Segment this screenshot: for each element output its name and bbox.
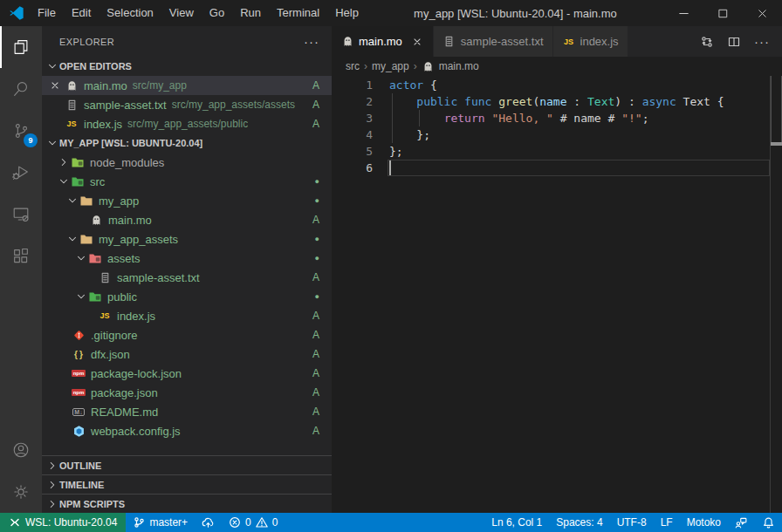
status-encoding[interactable]: UTF-8 bbox=[610, 513, 654, 532]
problems-status[interactable]: 0 0 bbox=[222, 513, 285, 532]
webpack-file-icon bbox=[72, 424, 86, 438]
status-notifications[interactable] bbox=[755, 513, 782, 532]
tree-item-readme-md[interactable]: M↓README.mdA bbox=[42, 402, 332, 421]
activity-item-run-and-debug[interactable] bbox=[0, 152, 42, 194]
breadcrumb-src[interactable]: src bbox=[346, 60, 360, 72]
status-indentation[interactable]: Spaces: 4 bbox=[549, 513, 609, 532]
activity-item-settings[interactable] bbox=[0, 471, 42, 513]
chevron-down-icon bbox=[74, 290, 88, 303]
activity-item-explorer[interactable] bbox=[0, 26, 42, 68]
tree-item-label: node_modules bbox=[90, 156, 164, 169]
code-line-content[interactable]: }; bbox=[373, 143, 403, 160]
tree-item-node-modules[interactable]: node_modules bbox=[42, 153, 332, 172]
close-button[interactable] bbox=[743, 0, 782, 26]
menu-run[interactable]: Run bbox=[232, 0, 269, 26]
tree-item-label: my_app_assets bbox=[99, 233, 178, 246]
status-cursor-position[interactable]: Ln 6, Col 1 bbox=[484, 513, 549, 532]
chevron-right-icon bbox=[45, 479, 59, 491]
remote-label: WSL: Ubuntu-20.04 bbox=[25, 516, 117, 529]
minimize-button[interactable] bbox=[664, 0, 703, 26]
files-icon bbox=[11, 38, 31, 57]
tab-main-mo[interactable]: main.mo bbox=[332, 26, 434, 57]
menu-view[interactable]: View bbox=[161, 0, 202, 26]
menu-bar: FileEditSelectionViewGoRunTerminalHelp bbox=[30, 0, 367, 26]
open-editor-item[interactable]: main.mosrc/my_appA bbox=[42, 76, 332, 95]
open-editors-header[interactable]: OPEN EDITORS bbox=[42, 57, 332, 76]
tree-item-label: index.js bbox=[117, 310, 155, 323]
scrollbar-slider[interactable] bbox=[771, 76, 782, 143]
activity-item-remote-explorer[interactable] bbox=[0, 194, 42, 235]
git-status-badge: A bbox=[312, 310, 319, 322]
git-status-badge: A bbox=[312, 271, 319, 283]
menu-terminal[interactable]: Terminal bbox=[269, 0, 327, 26]
code-line-content[interactable]: public func greet(name : Text) : async T… bbox=[373, 93, 724, 110]
more-actions-icon[interactable]: ··· bbox=[754, 34, 770, 50]
tree-item-webpack-config-js[interactable]: webpack.config.jsA bbox=[42, 421, 332, 440]
code-line-content[interactable]: }; bbox=[373, 126, 430, 143]
chevron-down-icon bbox=[66, 233, 79, 245]
branch-icon bbox=[133, 516, 145, 529]
breadcrumb-main-mo[interactable]: main.mo bbox=[422, 60, 479, 73]
section-timeline[interactable]: TIMELINE bbox=[42, 474, 332, 494]
tree-item-label: README.md bbox=[91, 406, 158, 419]
menu-edit[interactable]: Edit bbox=[64, 0, 99, 26]
maximize-button[interactable] bbox=[703, 0, 743, 26]
sidebar-bottom-sections: OUTLINETIMELINENPM SCRIPTS bbox=[42, 455, 332, 513]
activity-item-extensions[interactable] bbox=[0, 235, 42, 277]
more-actions-icon[interactable]: ··· bbox=[304, 34, 319, 49]
section-outline[interactable]: OUTLINE bbox=[42, 455, 332, 474]
section-npm-scripts[interactable]: NPM SCRIPTS bbox=[42, 494, 332, 513]
code-editor[interactable]: 1actor {2 public func greet(name : Text)… bbox=[332, 76, 782, 513]
activity-item-search[interactable] bbox=[0, 68, 42, 110]
git-status-badge: ● bbox=[315, 292, 319, 301]
chevron-right-icon bbox=[46, 479, 58, 491]
activity-item-account[interactable] bbox=[0, 429, 42, 471]
status-encoding-label: UTF-8 bbox=[617, 516, 647, 529]
tree-item-my-app-assets[interactable]: my_app_assets● bbox=[42, 229, 332, 249]
status-language-mode[interactable]: Motoko bbox=[680, 513, 728, 532]
tree-item-public[interactable]: public● bbox=[42, 287, 332, 306]
menu-file[interactable]: File bbox=[30, 0, 64, 26]
tree-item-sample-asset-txt[interactable]: sample-asset.txtA bbox=[42, 268, 332, 287]
scrollbar-track[interactable] bbox=[770, 76, 782, 513]
sidebar-header: EXPLORER ··· bbox=[42, 26, 332, 57]
open-editor-item[interactable]: JSindex.jssrc/my_app_assets/publicA bbox=[42, 114, 332, 133]
status-feedback[interactable] bbox=[728, 513, 755, 532]
tree-item-assets[interactable]: assets● bbox=[42, 249, 332, 268]
tree-item-label: package.json bbox=[91, 386, 158, 399]
breadcrumb-separator: › bbox=[364, 60, 367, 72]
errors-count: 0 bbox=[245, 516, 251, 529]
title-bar: FileEditSelectionViewGoRunTerminalHelp m… bbox=[0, 0, 782, 26]
tree-item-index-js[interactable]: JSindex.jsA bbox=[42, 306, 332, 325]
line-number: 5 bbox=[332, 143, 373, 160]
close-icon[interactable] bbox=[410, 36, 424, 48]
split-editor-icon[interactable] bbox=[727, 35, 741, 49]
tree-item-src[interactable]: src● bbox=[42, 172, 332, 191]
remote-indicator[interactable]: WSL: Ubuntu-20.04 bbox=[0, 513, 126, 532]
tab-index-js[interactable]: JSindex.js bbox=[553, 26, 628, 57]
scm-badge: 9 bbox=[24, 133, 38, 147]
tab-sample-asset-txt[interactable]: sample-asset.txt bbox=[434, 26, 553, 57]
tree-item--gitignore[interactable]: .gitignoreA bbox=[42, 325, 332, 344]
close-icon[interactable] bbox=[49, 79, 65, 92]
breadcrumb-my-app[interactable]: my_app bbox=[372, 60, 409, 72]
open-editor-item[interactable]: sample-asset.txtsrc/my_app_assets/assets… bbox=[42, 95, 332, 114]
code-line-content[interactable]: actor { bbox=[373, 77, 437, 93]
sync-status[interactable] bbox=[195, 513, 222, 532]
menu-go[interactable]: Go bbox=[202, 0, 232, 26]
tree-item-dfx-json[interactable]: { }dfx.jsonA bbox=[42, 344, 332, 364]
chevron-down-icon bbox=[66, 194, 79, 207]
activity-item-source-control[interactable]: 9 bbox=[0, 110, 42, 152]
status-language-mode-label: Motoko bbox=[687, 516, 721, 529]
menu-selection[interactable]: Selection bbox=[99, 0, 161, 26]
workspace-header[interactable]: MY_APP [WSL: UBUNTU-20.04] bbox=[42, 133, 332, 153]
tree-item-main-mo[interactable]: main.moA bbox=[42, 210, 332, 229]
branch-status[interactable]: master+ bbox=[126, 513, 195, 532]
open-changes-icon[interactable] bbox=[700, 35, 714, 49]
tree-item-my-app[interactable]: my_app● bbox=[42, 191, 332, 210]
code-line-content[interactable]: return "Hello, " # name # "!"; bbox=[373, 110, 648, 126]
status-end-of-line[interactable]: LF bbox=[654, 513, 680, 532]
tree-item-package-json[interactable]: npmpackage.jsonA bbox=[42, 383, 332, 402]
tree-item-package-lock-json[interactable]: npmpackage-lock.jsonA bbox=[42, 364, 332, 383]
menu-help[interactable]: Help bbox=[327, 0, 367, 26]
